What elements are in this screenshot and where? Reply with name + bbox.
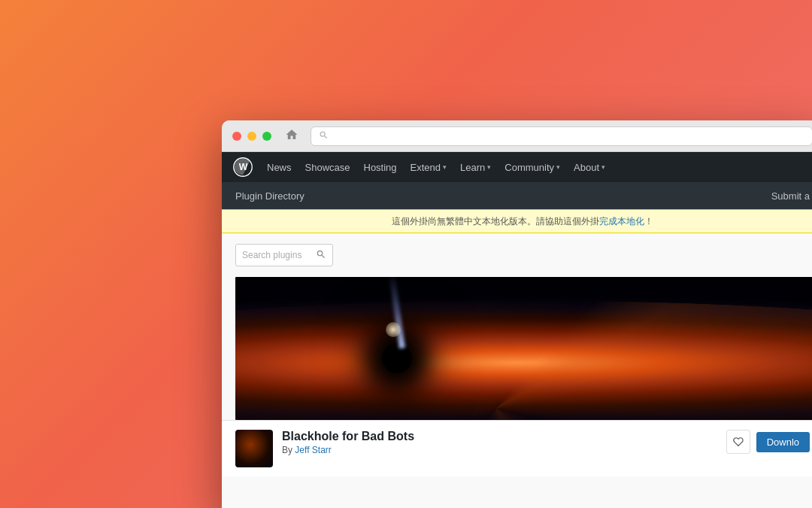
plugin-directory-subnav: Plugin Directory Submit a bbox=[222, 182, 812, 209]
wordpress-logo: W bbox=[232, 157, 253, 178]
search-icon bbox=[319, 130, 329, 142]
close-button[interactable] bbox=[232, 132, 241, 141]
community-chevron-icon: ▾ bbox=[556, 163, 560, 171]
search-bar-row: Search plugins bbox=[222, 233, 812, 277]
plugin-directory-link[interactable]: Plugin Directory bbox=[235, 190, 304, 202]
notice-text: 這個外掛尚無繁體中文本地化版本。請協助這個外掛 bbox=[392, 215, 599, 228]
plugin-info: Blackhole for Bad Bots By Jeff Starr bbox=[282, 430, 717, 455]
plugin-search-bar[interactable]: Search plugins bbox=[235, 244, 333, 266]
extend-chevron-icon: ▾ bbox=[443, 163, 447, 171]
nav-item-extend[interactable]: Extend ▾ bbox=[404, 159, 453, 176]
content-area: W News Showcase Hosting Extend ▾ Learn bbox=[222, 152, 812, 508]
learn-chevron-icon: ▾ bbox=[487, 163, 491, 171]
plugin-content: Search plugins bbox=[222, 233, 812, 508]
plugin-actions: Downlo bbox=[726, 430, 810, 454]
nav-item-about[interactable]: About ▾ bbox=[568, 159, 611, 176]
wordpress-nav: W News Showcase Hosting Extend ▾ Learn bbox=[222, 152, 812, 182]
black-hole-center bbox=[382, 343, 412, 373]
nav-item-showcase[interactable]: Showcase bbox=[299, 159, 356, 176]
plugin-thumb-bg bbox=[235, 430, 273, 467]
wishlist-button[interactable] bbox=[726, 430, 750, 454]
about-chevron-icon: ▾ bbox=[601, 163, 605, 171]
featured-plugin-hero bbox=[235, 277, 812, 420]
nav-item-hosting[interactable]: Hosting bbox=[358, 159, 403, 176]
localization-link[interactable]: 完成本地化 bbox=[599, 215, 644, 228]
minimize-button[interactable] bbox=[247, 132, 256, 141]
browser-window: W News Showcase Hosting Extend ▾ Learn bbox=[222, 120, 812, 508]
plugin-author-link[interactable]: Jeff Starr bbox=[295, 445, 331, 455]
nav-item-community[interactable]: Community ▾ bbox=[498, 159, 566, 176]
plugin-thumbnail bbox=[235, 430, 273, 467]
address-bar[interactable] bbox=[311, 126, 812, 146]
nav-item-learn[interactable]: Learn ▾ bbox=[454, 159, 497, 176]
search-submit-icon[interactable] bbox=[316, 249, 326, 262]
search-placeholder: Search plugins bbox=[242, 250, 301, 260]
notice-text-after: ！ bbox=[644, 215, 653, 228]
plugin-card: Blackhole for Bad Bots By Jeff Starr Dow… bbox=[222, 420, 812, 476]
plugin-author: By Jeff Starr bbox=[282, 445, 717, 455]
home-icon[interactable] bbox=[285, 128, 298, 144]
nav-items: News Showcase Hosting Extend ▾ Learn ▾ C bbox=[261, 159, 611, 176]
jet-bright-spot bbox=[386, 322, 401, 337]
svg-text:W: W bbox=[239, 162, 248, 172]
maximize-button[interactable] bbox=[262, 132, 271, 141]
submit-link[interactable]: Submit a bbox=[771, 190, 810, 202]
download-button[interactable]: Downlo bbox=[756, 432, 810, 452]
browser-chrome bbox=[222, 120, 812, 152]
hero-background bbox=[235, 277, 812, 420]
localization-notice: 這個外掛尚無繁體中文本地化版本。請協助這個外掛 完成本地化 ！ bbox=[222, 209, 812, 233]
plugin-title: Blackhole for Bad Bots bbox=[282, 430, 717, 443]
nav-item-news[interactable]: News bbox=[261, 159, 298, 176]
